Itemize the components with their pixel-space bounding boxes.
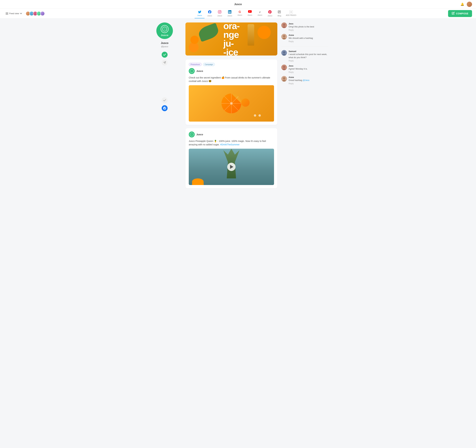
feed-view-button[interactable]: Feed view bbox=[4, 11, 24, 16]
check-icon bbox=[163, 99, 166, 101]
compose-button[interactable]: COMPOSE bbox=[448, 10, 472, 17]
svg-point-36 bbox=[283, 66, 285, 68]
feed: ora- nge ju- -ice Photoshoot Campaign bbox=[183, 18, 280, 196]
comment-jess-2-body: Jess Agree! Monday it is. Reply bbox=[289, 65, 328, 73]
sidebar-logo-text: Jusco bbox=[161, 34, 168, 37]
send-icon bbox=[163, 61, 166, 64]
feed-view-label: Feed view bbox=[9, 12, 19, 15]
post-card-2: Jusco Jusco Pineapple Queen 🍍 - 100% jui… bbox=[185, 128, 277, 188]
list-icon bbox=[6, 12, 8, 15]
tag-campaign[interactable]: Campaign bbox=[203, 63, 215, 66]
post-2-author-avatar bbox=[189, 131, 195, 137]
tab-tiktok[interactable]: ♪ Jusco bbox=[255, 9, 265, 18]
post-2-hashtag[interactable]: #DrinkTheSummer bbox=[220, 143, 239, 146]
add-pages-button[interactable]: + ADD PAGES bbox=[284, 9, 298, 18]
tab-instagram-label: Jusco bbox=[217, 15, 222, 17]
comment-anne-1: Anne We should add a hashtag Reply bbox=[281, 34, 328, 43]
top-header: Jusco 🔔 bbox=[0, 0, 476, 9]
header-right: 🔔 bbox=[460, 2, 472, 7]
comment-jess-1-reply[interactable]: Reply bbox=[289, 29, 328, 31]
svg-point-30 bbox=[283, 35, 285, 37]
post-2-author-logo-icon bbox=[190, 133, 194, 136]
tab-instagram[interactable]: Jusco bbox=[215, 9, 225, 18]
comment-samuel-name: Samuel bbox=[289, 50, 328, 53]
send-action-button[interactable] bbox=[162, 60, 168, 66]
approve-action-button[interactable] bbox=[162, 52, 168, 58]
tab-twitter[interactable]: Jusco bbox=[194, 9, 205, 18]
post-2-author: Jusco bbox=[189, 131, 274, 137]
checkmark-icon bbox=[163, 54, 166, 56]
profile-handle: @jusco bbox=[149, 45, 180, 48]
tag-photoshoot[interactable]: Photoshoot bbox=[189, 63, 202, 66]
comment-jess-2-name: Jess bbox=[289, 65, 328, 67]
comment-jess-1-body: Jess Omg! this photo is the best Reply bbox=[289, 22, 328, 31]
profile-avatar: Jusco bbox=[156, 22, 173, 39]
anne-avatar-1 bbox=[281, 34, 287, 39]
tab-google[interactable]: G Jusco bbox=[235, 9, 245, 18]
post-card-1: Photoshoot Campaign Jusco Chec bbox=[185, 59, 277, 125]
check-action-button[interactable] bbox=[162, 97, 168, 103]
comment-anne-2-body: Anne Great hashtag @Jess Reply bbox=[289, 76, 328, 85]
tab-pinterest[interactable]: Jusco bbox=[265, 9, 275, 18]
facebook-circle-icon bbox=[163, 107, 166, 110]
tab-google-label: Jusco bbox=[237, 14, 242, 16]
post-2-author-name: Jusco bbox=[196, 133, 203, 136]
play-button[interactable] bbox=[227, 163, 236, 171]
comment-jess-1-text: Omg! this photo is the best bbox=[289, 25, 328, 28]
comment-samuel-reply[interactable]: Reply bbox=[289, 60, 328, 62]
comment-anne-2: Anne Great hashtag @Jess Reply bbox=[281, 76, 328, 85]
svg-point-15 bbox=[191, 71, 192, 71]
comment-anne-1-text: We should add a hashtag bbox=[289, 37, 328, 40]
hero-bottle-decoration bbox=[248, 24, 254, 46]
team-avatar-5[interactable] bbox=[40, 11, 45, 16]
main-layout: Jusco Jusco @jusco bbox=[144, 18, 332, 196]
orange-slice-decoration bbox=[221, 94, 241, 113]
nav-right: COMPOSE bbox=[448, 10, 472, 17]
jess-face-2-icon bbox=[281, 65, 287, 70]
comment-anne-2-name: Anne bbox=[289, 76, 328, 78]
tab-blog[interactable]: Blog bbox=[275, 9, 284, 18]
comment-jess-2-reply[interactable]: Reply bbox=[289, 71, 328, 73]
user-avatar[interactable] bbox=[467, 2, 472, 7]
tab-twitter-label: Jusco bbox=[197, 14, 202, 16]
tab-tiktok-label: Jusco bbox=[257, 14, 262, 16]
linkedin-icon bbox=[228, 10, 231, 14]
team-avatars[interactable] bbox=[26, 11, 45, 16]
tiktok-icon: ♪ bbox=[259, 10, 261, 14]
post-2-text: Jusco Pineapple Queen 🍍 - 100% juice. 10… bbox=[189, 140, 274, 146]
comment-anne-2-reply[interactable]: Reply bbox=[289, 82, 328, 85]
samuel-avatar bbox=[281, 50, 287, 56]
jess-avatar-2 bbox=[281, 65, 287, 70]
app-title: Jusco bbox=[234, 3, 242, 6]
notification-bell-icon[interactable]: 🔔 bbox=[460, 2, 464, 6]
tab-facebook[interactable]: Jusco bbox=[205, 9, 215, 18]
nav-tabs: Jusco Jusco Jusco Jusco G Jusco bbox=[45, 9, 448, 18]
add-pages-label: ADD PAGES bbox=[286, 14, 296, 16]
facebook-action-button[interactable] bbox=[162, 105, 168, 111]
anne-face-2-icon bbox=[281, 76, 287, 82]
compose-icon bbox=[452, 12, 455, 15]
post-author-logo-icon bbox=[190, 69, 194, 73]
comment-anne-1-name: Anne bbox=[289, 34, 328, 36]
tab-linkedin[interactable]: Jusco bbox=[225, 9, 235, 18]
anne-avatar-2 bbox=[281, 76, 287, 82]
tab-youtube[interactable]: Jusco bbox=[245, 9, 255, 18]
google-icon: G bbox=[239, 10, 241, 14]
hero-orange-1-decoration bbox=[257, 26, 271, 39]
orange-dots-decoration bbox=[254, 114, 261, 117]
hero-orange-3-decoration bbox=[190, 36, 199, 44]
hero-banner: ora- nge ju- -ice bbox=[185, 22, 277, 56]
comment-anne-2-mention[interactable]: @Jess bbox=[303, 79, 309, 81]
svg-rect-0 bbox=[6, 12, 8, 13]
hero-leaf-decoration bbox=[197, 23, 220, 42]
post-1-author: Jusco bbox=[189, 68, 274, 74]
comment-samuel-body: Samuel I would schedule this post for ne… bbox=[289, 50, 328, 62]
youtube-icon bbox=[248, 10, 252, 14]
comment-samuel: Samuel I would schedule this post for ne… bbox=[281, 50, 328, 62]
twitter-icon bbox=[198, 10, 201, 14]
svg-point-5 bbox=[164, 29, 165, 29]
comment-anne-1-reply[interactable]: Reply bbox=[289, 40, 328, 43]
orange-slice-piece bbox=[241, 98, 249, 107]
post-1-image-inner bbox=[189, 85, 274, 122]
sidebar: Jusco Jusco @jusco bbox=[147, 18, 183, 196]
